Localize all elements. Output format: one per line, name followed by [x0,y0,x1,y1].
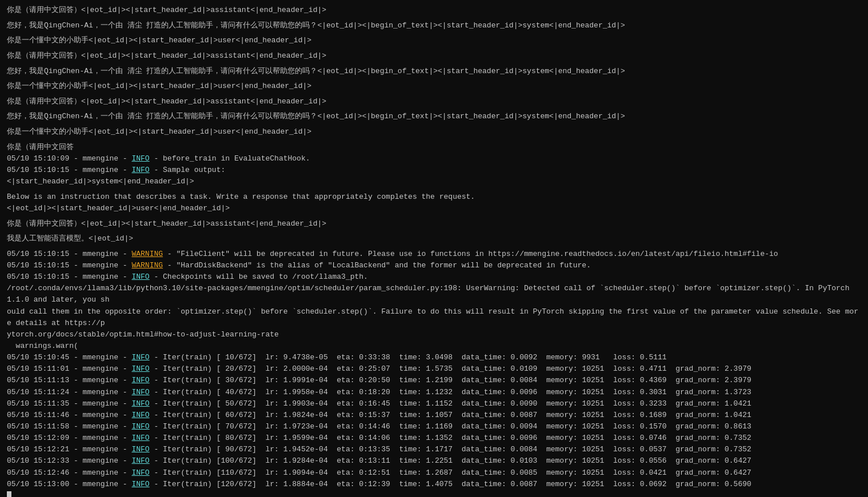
log-message: - Iter(train) [ 80/672] lr: 1.9599e-04 e… [150,434,751,442]
log-level-info: INFO [131,411,149,419]
log-level-info: INFO [131,353,149,362]
terminal-line: 你是一个懂中文的小助手<|eot_id|><|start_header_id|>… [7,126,861,138]
terminal-line: 你是（请用中文回答）<|eot_id|><|start_header_id|>a… [7,50,861,62]
log-line-info: 05/10 15:12:21 - mmengine - INFO - Iter(… [7,444,861,455]
log-level-warning: WARNING [131,261,163,270]
log-message: - before_train in EvaluateChatHook. [150,154,310,163]
log-prefix: 05/10 15:12:09 - mmengine - [7,434,131,442]
log-line-info: 05/10 15:11:35 - mmengine - INFO - Iter(… [7,398,861,410]
log-line-info: 05/10 15:13:00 - mmengine - INFO - Iter(… [7,479,861,490]
log-message: - Iter(train) [ 50/672] lr: 1.9903e-04 e… [150,399,751,408]
terminal-line: warnings.warn( [7,340,861,352]
log-prefix: 05/10 15:10:15 - mmengine - [7,250,131,258]
log-level-warning: WARNING [131,250,163,258]
log-message: - Iter(train) [120/672] lr: 1.8884e-04 e… [150,480,751,488]
log-line-info: 05/10 15:11:13 - mmengine - INFO - Iter(… [7,375,861,386]
log-line-info: 05/10 15:11:58 - mmengine - INFO - Iter(… [7,421,861,432]
log-level-info: INFO [131,434,149,442]
log-message: - Iter(train) [ 10/672] lr: 9.4738e-05 e… [150,353,667,362]
log-message: - "FileClient" will be deprecated in fut… [163,250,778,258]
terminal-line: <|eot_id|><|start_header_id|>user<|end_h… [7,203,861,214]
log-message: - "HardDiskBackend" is the alias of "Loc… [163,261,591,270]
log-prefix: 05/10 15:11:24 - mmengine - [7,388,131,396]
log-prefix: 05/10 15:13:00 - mmengine - [7,480,131,488]
terminal: 你是（请用中文回答）<|eot_id|><|start_header_id|>a… [7,5,861,497]
log-message: - Checkpoints will be saved to /root/lla… [150,272,368,281]
terminal-line: 你是一个懂中文的小助手<|eot_id|><|start_header_id|>… [7,35,861,46]
log-line-warning: 05/10 15:10:15 - mmengine - WARNING - "F… [7,248,861,260]
log-line-info: 05/10 15:11:24 - mmengine - INFO - Iter(… [7,387,861,398]
log-line-info: 05/10 15:12:46 - mmengine - INFO - Iter(… [7,467,861,479]
terminal-line: 你是（请用中文回答）<|eot_id|><|start_header_id|>a… [7,218,861,230]
terminal-line: <|start_header_id|>system<|end_header_id… [7,176,861,187]
log-line-info: 05/10 15:12:09 - mmengine - INFO - Iter(… [7,432,861,444]
terminal-line: ould call them in the opposite order: `o… [7,306,861,329]
log-prefix: 05/10 15:10:09 - mmengine - [7,154,131,163]
log-prefix: 05/10 15:12:33 - mmengine - [7,456,131,465]
log-prefix: 05/10 15:11:35 - mmengine - [7,399,131,408]
log-prefix: 05/10 15:11:46 - mmengine - [7,411,131,419]
log-level-info: INFO [131,422,149,431]
log-line-info: 05/10 15:12:33 - mmengine - INFO - Iter(… [7,455,861,467]
log-level-info: INFO [131,166,149,174]
terminal-line: 您好，我是QingChen-Ai，一个由 清尘 打造的人工智能助手，请问有什么可… [7,66,861,77]
log-line-info: 05/10 15:11:01 - mmengine - INFO - Iter(… [7,363,861,375]
log-message: - Iter(train) [ 70/672] lr: 1.9723e-04 e… [150,422,751,431]
log-level-info: INFO [131,376,149,384]
log-level-info: INFO [131,388,149,396]
log-prefix: 05/10 15:11:01 - mmengine - [7,364,131,373]
log-prefix: 05/10 15:12:21 - mmengine - [7,445,131,454]
log-message: - Iter(train) [ 30/672] lr: 1.9991e-04 e… [150,376,751,384]
log-message: - Iter(train) [100/672] lr: 1.9284e-04 e… [150,456,751,465]
log-line-info: 05/10 15:10:09 - mmengine - INFO - befor… [7,153,861,165]
terminal-cursor [7,491,11,497]
terminal-line: ytorch.org/docs/stable/optim.html#how-to… [7,329,861,340]
log-line-info: 05/10 15:10:15 - mmengine - INFO - Check… [7,271,861,283]
terminal-line: 我是人工智能语言模型。<|eot_id|> [7,233,861,245]
log-line-warning: 05/10 15:10:15 - mmengine - WARNING - "H… [7,260,861,271]
log-message: - Iter(train) [ 20/672] lr: 2.0000e-04 e… [150,364,751,373]
log-level-info: INFO [131,364,149,373]
log-prefix: 05/10 15:11:58 - mmengine - [7,422,131,431]
log-line-info: 05/10 15:10:45 - mmengine - INFO - Iter(… [7,352,861,363]
terminal-line: Below is an instruction that describes a… [7,191,861,203]
log-message: - Iter(train) [ 40/672] lr: 1.9958e-04 e… [150,388,751,396]
terminal-line: 你是（请用中文回答）<|eot_id|><|start_header_id|>a… [7,5,861,16]
log-message: - Iter(train) [ 60/672] lr: 1.9824e-04 e… [150,411,751,419]
terminal-line: 您好，我是QingChen-Ai，一个由 清尘 打造的人工智能助手，请问有什么可… [7,20,861,31]
log-level-info: INFO [131,456,149,465]
terminal-line: 你是（请用中文回答）<|eot_id|><|start_header_id|>a… [7,96,861,107]
log-level-info: INFO [131,480,149,488]
log-prefix: 05/10 15:12:46 - mmengine - [7,468,131,477]
log-prefix: 05/10 15:10:15 - mmengine - [7,166,131,174]
terminal-line: 你是一个懂中文的小助手<|eot_id|><|start_header_id|>… [7,81,861,92]
log-level-info: INFO [131,399,149,408]
log-line-info: 05/10 15:11:46 - mmengine - INFO - Iter(… [7,410,861,421]
terminal-line: 你是（请用中文回答 [7,142,861,153]
log-prefix: 05/10 15:11:13 - mmengine - [7,376,131,384]
log-prefix: 05/10 15:10:15 - mmengine - [7,261,131,270]
log-prefix: 05/10 15:10:45 - mmengine - [7,353,131,362]
log-level-info: INFO [131,272,149,281]
log-line-info: 05/10 15:10:15 - mmengine - INFO - Sampl… [7,165,861,176]
terminal-line: 您好，我是QingChen-Ai，一个由 清尘 打造的人工智能助手，请问有什么可… [7,111,861,122]
log-message: - Iter(train) [110/672] lr: 1.9094e-04 e… [150,468,751,477]
log-level-info: INFO [131,468,149,477]
log-level-info: INFO [131,445,149,454]
log-message: - Iter(train) [ 90/672] lr: 1.9452e-04 e… [150,445,751,454]
log-level-info: INFO [131,154,149,163]
cursor-line [7,490,861,497]
log-message: - Sample output: [150,166,226,174]
log-prefix: 05/10 15:10:15 - mmengine - [7,272,131,281]
terminal-line: /root/.conda/envs/llama3/lib/python3.10/… [7,283,861,306]
